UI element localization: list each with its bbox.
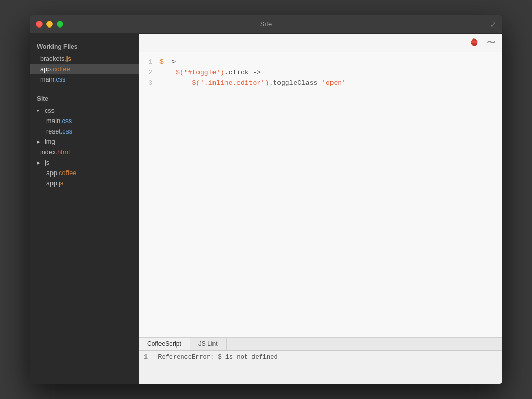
editor-toolbar: 〜 (139, 34, 502, 52)
code-line-1: 1 $ -> (139, 58, 502, 68)
code-line-3: 3 $('.inline.editor').toggleClass 'open' (139, 78, 502, 89)
bottom-content: 1 ReferenceError: $ is not defined (139, 351, 502, 384)
expand-icon[interactable]: ⤢ (490, 20, 496, 29)
file-label: app.coffee (46, 169, 76, 177)
minimize-button[interactable] (46, 21, 53, 28)
editor-area: 〜 1 $ -> 2 $('#toggle').click -> (139, 34, 502, 384)
code-editor[interactable]: 1 $ -> 2 $('#toggle').click -> 3 (139, 52, 502, 337)
folder-name: css (45, 107, 55, 114)
sidebar-item-main-css[interactable]: main.css (30, 74, 139, 85)
close-button[interactable] (36, 21, 43, 28)
sidebar-item-main-css-site[interactable]: main.css (30, 116, 139, 126)
token: -> (252, 69, 261, 76)
tab-label: CoffeeScript (147, 340, 181, 348)
chevron-right-icon: ▶ (37, 139, 42, 144)
sidebar-folder-css[interactable]: ▾ css (30, 105, 139, 116)
file-label: brackets.js (40, 55, 71, 62)
token: .click (224, 69, 253, 76)
line-number-1: 1 (139, 59, 159, 66)
line-content-3: $('.inline.editor').toggleClass 'open' (159, 79, 502, 87)
tab-label: JS Lint (198, 340, 218, 348)
window-title: Site (260, 20, 272, 28)
file-label: reset.css (46, 128, 72, 135)
svg-point-1 (471, 40, 478, 43)
token: $('#toggle') (176, 69, 224, 76)
titlebar: Site ⤢ (30, 15, 502, 34)
folder-name: js (45, 159, 49, 166)
sidebar-folder-js[interactable]: ▶ js (30, 157, 139, 168)
sidebar: Working Files brackets.js app.coffee mai… (30, 34, 139, 384)
line-content-1: $ -> (159, 58, 502, 66)
sidebar-item-brackets-js[interactable]: brackets.js (30, 54, 139, 64)
sidebar-item-app-js[interactable]: app.js (30, 178, 139, 189)
sidebar-item-index-html[interactable]: index.html (30, 147, 139, 157)
tilde-symbol: 〜 (487, 37, 495, 48)
sidebar-item-app-coffee-js[interactable]: app.coffee (30, 168, 139, 178)
tab-coffeescript[interactable]: CoffeeScript (139, 338, 190, 350)
tilde-icon[interactable]: 〜 (485, 37, 497, 49)
line-content-2: $('#toggle').click -> (159, 69, 502, 76)
file-label: app.js (46, 180, 63, 187)
line-number-3: 3 (139, 79, 159, 87)
error-message: ReferenceError: $ is not defined (158, 354, 277, 361)
sidebar-folder-img[interactable]: ▶ img (30, 137, 139, 147)
coffeescript-icon[interactable] (468, 37, 481, 49)
site-label: Site (30, 91, 139, 105)
tab-jslint[interactable]: JS Lint (190, 338, 227, 350)
token: -> (164, 58, 176, 66)
token: 'open' (322, 79, 346, 87)
maximize-button[interactable] (57, 21, 63, 28)
token: .toggleClass (269, 79, 322, 87)
sidebar-item-app-coffee[interactable]: app.coffee (30, 64, 139, 74)
file-label: index.html (40, 149, 70, 156)
token: $ (159, 58, 164, 66)
working-files-label: Working Files (30, 39, 139, 54)
traffic-lights (36, 21, 63, 28)
line-number-2: 2 (139, 69, 159, 76)
token (159, 69, 176, 76)
error-line-number: 1 (144, 354, 148, 361)
code-line-2: 2 $('#toggle').click -> (139, 68, 502, 78)
chevron-down-icon: ▾ (37, 108, 42, 113)
token (159, 79, 192, 87)
sidebar-item-reset-css[interactable]: reset.css (30, 126, 139, 137)
error-row: 1 ReferenceError: $ is not defined (144, 354, 497, 361)
bottom-tabs: CoffeeScript JS Lint (139, 338, 502, 351)
file-label: main.css (46, 117, 72, 125)
chevron-down-icon-js: ▶ (37, 160, 42, 165)
main-content: Working Files brackets.js app.coffee mai… (30, 34, 502, 384)
file-label: app.coffee (40, 65, 70, 73)
app-window: Site ⤢ Working Files brackets.js app.cof… (30, 15, 502, 384)
folder-name: img (45, 138, 55, 145)
token: $('.inline.editor') (192, 79, 269, 87)
file-label: main.css (40, 76, 65, 83)
bottom-panel: CoffeeScript JS Lint 1 ReferenceError: $… (139, 337, 502, 384)
